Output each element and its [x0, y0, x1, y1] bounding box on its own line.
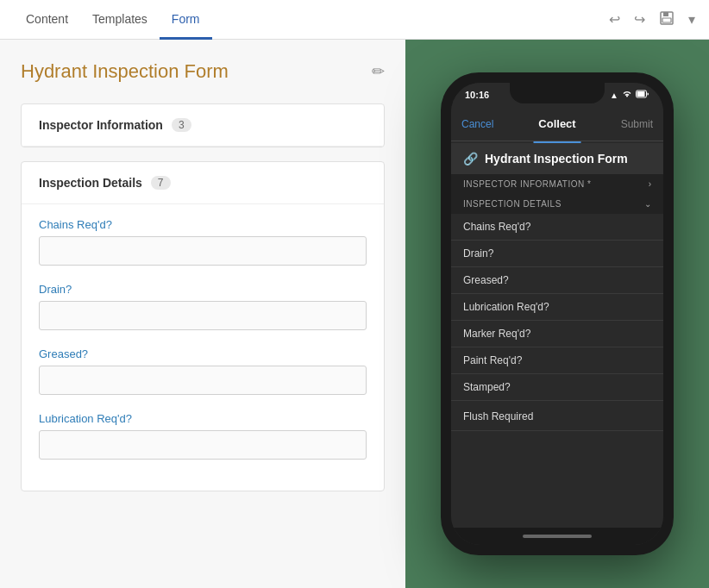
inspector-info-badge: 3 [172, 118, 191, 132]
app-field-stamped: Stamped? [451, 374, 663, 401]
field-lubrication-reqd-label: Lubrication Req'd? [39, 412, 367, 425]
inspection-details-section: Inspection Details 7 Chains Req'd? Drain… [21, 161, 385, 491]
app-field-drain: Drain? [451, 241, 663, 267]
inspection-details-body: Chains Req'd? Drain? Greased? Lubricatio… [22, 204, 384, 491]
form-link-icon: 🔗 [463, 152, 478, 166]
app-field-marker-label: Marker Req'd? [463, 328, 530, 340]
inspection-details-header[interactable]: Inspection Details 7 [22, 162, 384, 204]
svg-rect-4 [637, 91, 645, 97]
field-drain: Drain? [39, 283, 367, 330]
app-field-paint-label: Paint Req'd? [463, 354, 522, 366]
cancel-button[interactable]: Cancel [451, 118, 504, 130]
home-bar [523, 535, 592, 538]
app-inspection-section-title: INSPECTION DETAILS [463, 199, 562, 209]
app-inspector-section: INSPECTOR INFORMATION * › [451, 174, 663, 194]
main-content: Hydrant Inspection Form ✏ Inspector Info… [0, 40, 709, 588]
app-nav-bar: Cancel Collect Submit [451, 107, 663, 141]
app-field-paint: Paint Req'd? [451, 347, 663, 374]
app-form-header: 🔗 Hydrant Inspection Form [451, 143, 663, 174]
app-inspector-section-title: INSPECTOR INFORMATION * [463, 179, 591, 189]
field-greased-input[interactable] [39, 366, 367, 395]
app-field-lubrication-label: Lubrication Req'd? [463, 301, 549, 313]
field-chains-reqd: Chains Req'd? [39, 218, 367, 266]
nav-toolbar: ↩ ↪ ▾ [609, 10, 695, 29]
svg-rect-1 [663, 12, 668, 16]
app-field-greased-label: Greased? [463, 274, 509, 286]
status-time: 10:16 [465, 90, 489, 100]
battery-icon [636, 90, 649, 100]
app-inspector-chevron: › [649, 179, 651, 189]
home-indicator [451, 528, 663, 545]
phone-mockup: 10:16 ▲ [441, 72, 674, 555]
app-field-marker: Marker Req'd? [451, 321, 663, 347]
nav-underline [451, 141, 663, 143]
inspector-info-section: Inspector Information 3 [21, 103, 385, 147]
wifi-icon [622, 90, 632, 100]
app-field-chains-label: Chains Req'd? [463, 221, 530, 233]
redo-icon[interactable]: ↪ [634, 11, 645, 28]
tab-form[interactable]: Form [160, 0, 212, 40]
dropdown-icon[interactable]: ▾ [688, 11, 695, 28]
field-drain-label: Drain? [39, 283, 367, 296]
tab-content[interactable]: Content [14, 0, 80, 40]
app-field-stamped-label: Stamped? [463, 381, 511, 393]
field-chains-reqd-input[interactable] [39, 236, 367, 266]
app-field-lubrication: Lubrication Req'd? [451, 294, 663, 321]
form-editor-panel: Hydrant Inspection Form ✏ Inspector Info… [0, 40, 405, 588]
app-field-drain-label: Drain? [463, 247, 493, 260]
phone-preview-panel: 10:16 ▲ [405, 40, 709, 588]
top-navigation: Content Templates Form ↩ ↪ ▾ [0, 0, 709, 40]
edit-title-icon[interactable]: ✏ [372, 62, 385, 81]
app-field-chains: Chains Req'd? [451, 214, 663, 241]
app-flush-row: Flush Required [451, 401, 663, 431]
app-field-greased: Greased? [451, 267, 663, 294]
undo-icon[interactable]: ↩ [609, 11, 620, 28]
app-inspection-section: INSPECTION DETAILS ⌄ Chains Req'd? Drain… [451, 194, 663, 401]
signal-icon: ▲ [610, 91, 618, 100]
field-lubrication-reqd-input[interactable] [39, 430, 367, 460]
app-nav-wrapper: Cancel Collect Submit [451, 107, 663, 143]
field-greased: Greased? [39, 347, 367, 395]
field-lubrication-reqd: Lubrication Req'd? [39, 412, 367, 460]
status-icons: ▲ [610, 90, 649, 100]
phone-screen: 10:16 ▲ [451, 83, 663, 545]
collect-title: Collect [504, 117, 610, 130]
phone-notch [510, 83, 605, 103]
form-title: Hydrant Inspection Form [21, 60, 229, 83]
inspector-info-header[interactable]: Inspector Information 3 [22, 104, 384, 147]
nav-underline-bar [534, 141, 581, 143]
form-title-row: Hydrant Inspection Form ✏ [21, 60, 385, 83]
app-flush-label: Flush Required [463, 410, 533, 422]
submit-button[interactable]: Submit [611, 118, 663, 130]
field-drain-input[interactable] [39, 301, 367, 330]
inspector-info-title: Inspector Information [39, 118, 163, 132]
app-form-title: Hydrant Inspection Form [485, 152, 628, 166]
app-inspection-section-header[interactable]: INSPECTION DETAILS ⌄ [451, 194, 663, 214]
field-chains-reqd-label: Chains Req'd? [39, 218, 367, 231]
inspection-details-title: Inspection Details [39, 176, 142, 190]
app-inspector-section-header[interactable]: INSPECTOR INFORMATION * › [451, 174, 663, 194]
inspection-details-badge: 7 [151, 176, 171, 190]
save-icon[interactable] [659, 10, 674, 29]
tab-templates[interactable]: Templates [80, 0, 160, 40]
app-inspection-chevron: ⌄ [644, 199, 651, 209]
svg-rect-2 [662, 18, 671, 22]
field-greased-label: Greased? [39, 347, 367, 360]
